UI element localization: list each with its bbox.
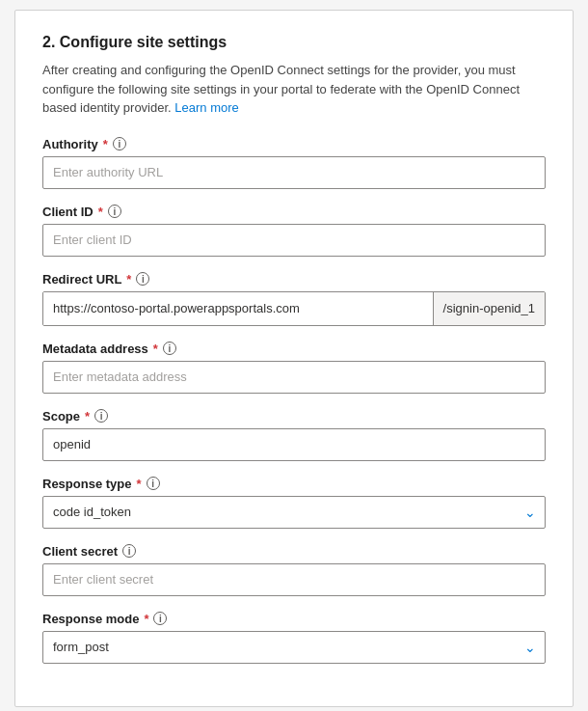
scope-info-icon[interactable]: i — [94, 409, 108, 423]
client-id-info-icon[interactable]: i — [108, 205, 121, 218]
client-secret-field-group: Client secret i — [42, 544, 546, 596]
client-secret-info-icon[interactable]: i — [122, 544, 136, 558]
client-secret-label-text: Client secret — [42, 544, 118, 559]
client-id-label: Client ID * i — [42, 205, 546, 219]
response-mode-info-icon[interactable]: i — [153, 612, 167, 625]
redirect-url-wrapper: /signin-openid_1 — [42, 291, 546, 326]
authority-field-group: Authority * i — [42, 137, 546, 189]
response-type-info-icon[interactable]: i — [147, 477, 160, 490]
response-mode-select[interactable]: form_post query fragment — [42, 631, 546, 664]
metadata-address-label: Metadata address * i — [42, 342, 546, 356]
response-type-select[interactable]: code id_token code id_token token — [42, 496, 546, 529]
redirect-url-suffix: /signin-openid_1 — [433, 292, 545, 325]
response-type-field-group: Response type * i code id_token code id_… — [42, 477, 546, 529]
section-title-text: Configure site settings — [60, 34, 227, 50]
response-mode-required-star: * — [144, 612, 148, 626]
metadata-address-field-group: Metadata address * i — [42, 342, 546, 394]
metadata-address-info-icon[interactable]: i — [163, 342, 176, 355]
authority-input[interactable] — [42, 156, 546, 189]
client-secret-label: Client secret i — [42, 544, 546, 559]
section-title: 2. Configure site settings — [42, 34, 546, 51]
scope-label-text: Scope — [42, 409, 80, 424]
metadata-address-label-text: Metadata address — [42, 342, 148, 356]
redirect-url-required-star: * — [126, 272, 131, 287]
response-type-label: Response type * i — [42, 477, 546, 491]
response-mode-label-text: Response mode — [42, 612, 139, 626]
learn-more-link[interactable]: Learn more — [174, 100, 238, 115]
authority-info-icon[interactable]: i — [113, 137, 126, 150]
client-id-input[interactable] — [42, 224, 546, 257]
authority-label: Authority * i — [42, 137, 546, 151]
redirect-url-label-text: Redirect URL — [42, 272, 121, 287]
response-mode-label: Response mode * i — [42, 612, 546, 626]
configure-site-settings-card: 2. Configure site settings After creatin… — [14, 10, 574, 707]
redirect-url-label: Redirect URL * i — [42, 272, 546, 287]
client-id-required-star: * — [98, 205, 103, 219]
scope-field-group: Scope * i — [42, 409, 546, 461]
scope-label: Scope * i — [42, 409, 546, 424]
client-id-field-group: Client ID * i — [42, 205, 546, 257]
response-mode-field-group: Response mode * i form_post query fragme… — [42, 612, 546, 664]
response-type-label-text: Response type — [42, 477, 131, 491]
description-text: After creating and configuring the OpenI… — [42, 63, 520, 115]
response-type-select-wrapper: code id_token code id_token token ⌄ — [42, 496, 546, 529]
response-type-required-star: * — [136, 477, 141, 491]
redirect-url-field-group: Redirect URL * i /signin-openid_1 — [42, 272, 546, 326]
scope-required-star: * — [85, 409, 90, 424]
authority-label-text: Authority — [42, 137, 98, 151]
client-id-label-text: Client ID — [42, 205, 94, 219]
client-secret-input[interactable] — [42, 563, 546, 596]
redirect-url-main-input[interactable] — [43, 292, 433, 325]
response-mode-select-wrapper: form_post query fragment ⌄ — [42, 631, 546, 664]
authority-required-star: * — [103, 137, 108, 151]
metadata-address-required-star: * — [153, 342, 158, 356]
metadata-address-input[interactable] — [42, 361, 546, 394]
redirect-url-info-icon[interactable]: i — [136, 272, 149, 286]
scope-input[interactable] — [42, 428, 546, 461]
description: After creating and configuring the OpenI… — [42, 61, 546, 118]
section-number: 2. — [42, 34, 55, 50]
